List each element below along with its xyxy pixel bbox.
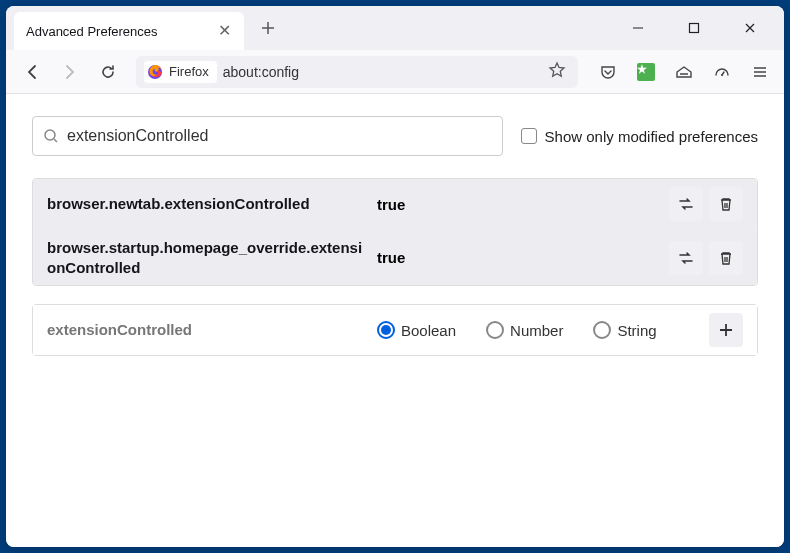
close-button[interactable] [732,14,768,42]
radio-icon [486,321,504,339]
delete-button[interactable] [709,187,743,221]
tab-active[interactable]: Advanced Preferences ✕ [14,12,244,50]
table-row: browser.newtab.extensionControlled true [33,179,757,230]
minimize-button[interactable] [620,14,656,42]
radio-icon [377,321,395,339]
show-modified-checkbox[interactable]: Show only modified preferences [521,128,758,145]
extension-icon[interactable]: ★ [632,58,660,86]
checkbox-text: Show only modified preferences [545,128,758,145]
pocket-icon[interactable] [594,58,622,86]
new-pref-row: extensionControlled Boolean Number Strin… [33,305,757,355]
url-text: about:config [223,64,544,80]
pref-name: browser.newtab.extensionControlled [47,194,367,214]
toggle-button[interactable] [669,187,703,221]
newtab-button[interactable] [254,14,282,42]
inbox-icon[interactable] [670,58,698,86]
radio-boolean[interactable]: Boolean [377,321,456,339]
svg-point-2 [721,74,723,76]
toggle-button[interactable] [669,241,703,275]
svg-point-3 [45,130,55,140]
new-pref-section: extensionControlled Boolean Number Strin… [32,304,758,356]
search-container [32,116,503,156]
checkbox-icon [521,128,537,144]
nav-toolbar: Firefox about:config ★ [6,50,784,94]
tab-title: Advanced Preferences [26,24,158,39]
pref-value: true [377,196,659,213]
content-area: Show only modified preferences browser.n… [6,94,784,547]
table-row: browser.startup.homepage_override.extens… [33,230,757,285]
radio-icon [593,321,611,339]
bookmark-star-icon[interactable] [544,61,570,83]
radio-number[interactable]: Number [486,321,563,339]
forward-button[interactable] [54,56,86,88]
reload-button[interactable] [92,56,124,88]
radio-string[interactable]: String [593,321,656,339]
search-icon [43,128,59,144]
close-icon[interactable]: ✕ [218,23,231,39]
dashboard-icon[interactable] [708,58,736,86]
delete-button[interactable] [709,241,743,275]
new-pref-name: extensionControlled [47,320,367,340]
titlebar: Advanced Preferences ✕ [6,6,784,50]
add-button[interactable] [709,313,743,347]
pref-value: true [377,249,659,266]
back-button[interactable] [16,56,48,88]
preferences-table: browser.newtab.extensionControlled true … [32,178,758,286]
search-input[interactable] [67,127,492,145]
svg-rect-0 [690,24,699,33]
maximize-button[interactable] [676,14,712,42]
radio-label: Boolean [401,322,456,339]
radio-label: String [617,322,656,339]
pref-name: browser.startup.homepage_override.extens… [47,238,367,277]
identity-label: Firefox [169,64,209,79]
window-controls [620,14,776,42]
menu-button[interactable] [746,58,774,86]
identity-box[interactable]: Firefox [144,61,217,83]
browser-window: Advanced Preferences ✕ [6,6,784,547]
type-radio-group: Boolean Number String [377,321,699,339]
radio-label: Number [510,322,563,339]
firefox-logo-icon [147,64,163,80]
urlbar[interactable]: Firefox about:config [136,56,578,88]
